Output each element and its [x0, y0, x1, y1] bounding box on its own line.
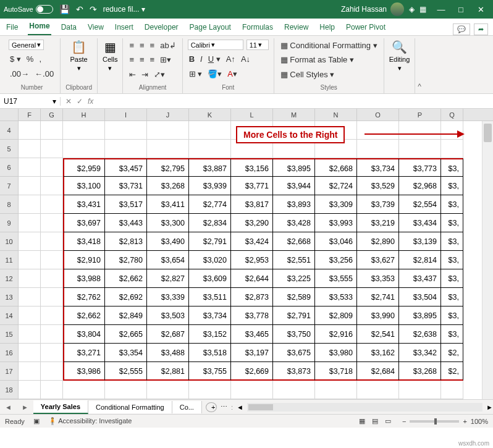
cell[interactable]: $2,873 [231, 288, 273, 306]
cell[interactable]: $3,895 [399, 306, 441, 325]
cell[interactable]: $2,589 [273, 288, 315, 306]
col-header[interactable]: O [357, 109, 399, 120]
cell[interactable]: $2, [441, 344, 463, 362]
zoom-level[interactable]: 100% [471, 418, 488, 425]
align-left-button[interactable]: ≡ [128, 54, 135, 66]
align-top-button[interactable]: ≡ [128, 40, 135, 51]
undo-icon[interactable]: ↶ [76, 4, 83, 14]
cell[interactable]: $3,488 [147, 344, 189, 362]
cell[interactable] [19, 140, 41, 158]
cell[interactable]: $3,755 [189, 362, 231, 381]
cell[interactable]: $2,814 [399, 251, 441, 269]
cell[interactable]: $3,675 [273, 344, 315, 362]
cell[interactable]: $3,256 [315, 251, 357, 269]
cell[interactable]: $3,152 [189, 325, 231, 344]
cell[interactable]: $3,504 [399, 288, 441, 306]
cell[interactable] [189, 140, 231, 158]
cell[interactable] [357, 381, 399, 399]
cell[interactable]: $3,268 [147, 177, 189, 195]
cell[interactable] [41, 158, 63, 177]
cell[interactable]: $3,225 [273, 269, 315, 288]
cell[interactable] [189, 381, 231, 399]
cell[interactable]: $3,424 [231, 232, 273, 251]
cell[interactable] [41, 177, 63, 195]
currency-button[interactable]: $ ▾ [9, 53, 22, 65]
cell[interactable] [41, 325, 63, 344]
cell[interactable] [399, 121, 441, 140]
cell[interactable]: $3,518 [189, 344, 231, 362]
cell[interactable]: $3,353 [357, 269, 399, 288]
cell[interactable]: $3,503 [147, 306, 189, 325]
cell[interactable]: $3,893 [273, 195, 315, 214]
col-header[interactable]: N [315, 109, 357, 120]
accessibility-status[interactable]: 🧍 Accessibility: Investigate [48, 417, 132, 425]
editing-button[interactable]: 🔍 Editing ▾ [389, 40, 410, 72]
row-header[interactable]: 18 [0, 381, 19, 399]
cell[interactable]: $3,271 [63, 344, 105, 362]
row-header[interactable]: 5 [0, 140, 19, 158]
new-sheet-button[interactable]: + [206, 402, 217, 412]
cell[interactable]: $3,654 [147, 251, 189, 269]
cell[interactable] [19, 158, 41, 177]
cell[interactable]: $2,813 [105, 232, 147, 251]
cell[interactable] [41, 269, 63, 288]
paste-button[interactable]: 📋 Paste ▾ [65, 40, 92, 72]
cell[interactable]: $3,411 [147, 195, 189, 214]
cell[interactable]: $2,668 [273, 232, 315, 251]
cell[interactable]: $3,873 [273, 362, 315, 381]
font-name-dropdown[interactable]: Calibri ▾ [188, 40, 243, 50]
app-launcher-icon[interactable]: ▦ [419, 5, 426, 14]
row-header[interactable]: 17 [0, 362, 19, 381]
cell[interactable]: $3,993 [315, 214, 357, 232]
cell[interactable]: $2,762 [63, 288, 105, 306]
cell[interactable] [19, 232, 41, 251]
col-header[interactable]: M [273, 109, 315, 120]
tab-developer[interactable]: Developer [143, 19, 180, 35]
decrease-indent-button[interactable]: ⇤ [128, 69, 137, 80]
diamond-icon[interactable]: ◈ [409, 5, 415, 14]
cell[interactable]: $2,555 [105, 362, 147, 381]
cell[interactable]: $3,156 [231, 158, 273, 177]
cell[interactable]: $2,541 [357, 325, 399, 344]
cell[interactable]: $2,662 [105, 269, 147, 288]
avatar[interactable] [390, 2, 404, 16]
cell[interactable]: $3,533 [315, 288, 357, 306]
cell[interactable]: $3,418 [63, 232, 105, 251]
cell[interactable]: $2,968 [399, 177, 441, 195]
row-header[interactable]: 14 [0, 306, 19, 325]
cell[interactable]: $2,791 [273, 306, 315, 325]
cell[interactable]: $3,300 [147, 214, 189, 232]
row-header[interactable]: 12 [0, 269, 19, 288]
sheet-tab[interactable]: Yearly Sales [33, 400, 88, 414]
cell[interactable]: $2,959 [63, 158, 105, 177]
cell[interactable]: $3,609 [189, 269, 231, 288]
cell[interactable]: $3,490 [147, 232, 189, 251]
cell[interactable] [19, 251, 41, 269]
cell[interactable] [273, 381, 315, 399]
tab-view[interactable]: View [86, 19, 105, 35]
cell[interactable] [41, 140, 63, 158]
cell[interactable]: $3,778 [231, 306, 273, 325]
cell[interactable]: $3,627 [357, 251, 399, 269]
cell[interactable] [19, 177, 41, 195]
cell[interactable]: $3, [441, 158, 463, 177]
hscroll-left[interactable]: ◄ [237, 404, 243, 411]
col-header[interactable]: G [41, 109, 63, 120]
cell[interactable] [441, 381, 463, 399]
cell[interactable] [19, 269, 41, 288]
cell[interactable]: $3,434 [399, 214, 441, 232]
row-header[interactable]: 16 [0, 344, 19, 362]
cell[interactable] [315, 381, 357, 399]
row-header[interactable]: 13 [0, 288, 19, 306]
collapse-ribbon-button[interactable]: ^ [415, 80, 424, 93]
cell[interactable] [19, 344, 41, 362]
cell[interactable]: $2,881 [147, 362, 189, 381]
merge-button[interactable]: ⊞▾ [159, 54, 172, 66]
cell[interactable]: $2,774 [189, 195, 231, 214]
cell[interactable]: $3, [441, 306, 463, 325]
cell[interactable]: $3,339 [147, 288, 189, 306]
row-header[interactable]: 10 [0, 232, 19, 251]
cell[interactable]: $2,834 [189, 214, 231, 232]
cell[interactable]: $2,692 [105, 288, 147, 306]
sheet-nav-prev[interactable]: ◄ [0, 404, 17, 411]
